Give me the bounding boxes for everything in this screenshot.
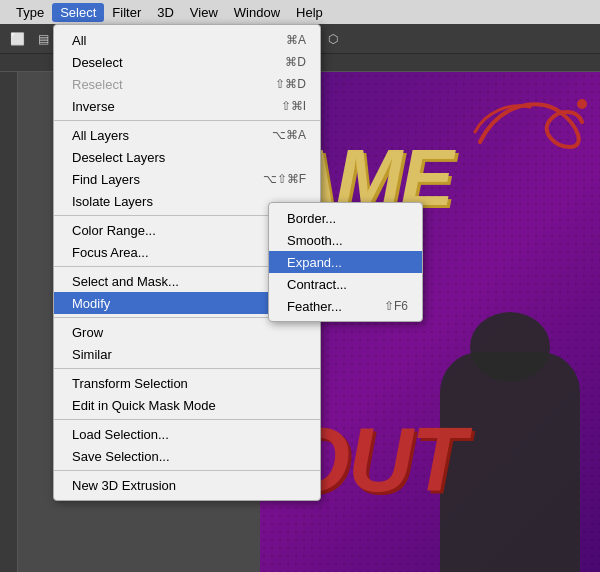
menu-item-inverse[interactable]: Inverse ⇧⌘I: [54, 95, 320, 117]
swirl-decoration: [470, 92, 590, 152]
menu-item-all-layers[interactable]: All Layers ⌥⌘A: [54, 124, 320, 146]
menu-item-new-3d-extrusion[interactable]: New 3D Extrusion: [54, 474, 320, 496]
submenu-item-smooth[interactable]: Smooth...: [269, 229, 422, 251]
menubar: Type Select Filter 3D View Window Help: [0, 0, 600, 24]
menu-item-grow[interactable]: Grow: [54, 321, 320, 343]
menubar-select[interactable]: Select: [52, 3, 104, 22]
toolbar-icon-row[interactable]: ▤: [32, 28, 54, 50]
menu-item-all[interactable]: All ⌘A: [54, 29, 320, 51]
toolbar-icon-rect[interactable]: ⬜: [6, 28, 28, 50]
menu-item-similar[interactable]: Similar: [54, 343, 320, 365]
menu-separator-7: [54, 470, 320, 471]
modify-submenu: Border... Smooth... Expand... Contract..…: [268, 202, 423, 322]
menubar-3d[interactable]: 3D: [149, 3, 182, 22]
menu-item-deselect-layers[interactable]: Deselect Layers: [54, 146, 320, 168]
submenu-item-border[interactable]: Border...: [269, 207, 422, 229]
ruler-vertical: [0, 72, 18, 572]
menubar-filter[interactable]: Filter: [104, 3, 149, 22]
menu-item-save-selection[interactable]: Save Selection...: [54, 445, 320, 467]
menu-item-reselect: Reselect ⇧⌘D: [54, 73, 320, 95]
submenu-item-contract[interactable]: Contract...: [269, 273, 422, 295]
menu-separator-6: [54, 419, 320, 420]
menu-separator-5: [54, 368, 320, 369]
submenu-item-expand[interactable]: Expand...: [269, 251, 422, 273]
menubar-help[interactable]: Help: [288, 3, 331, 22]
menubar-type[interactable]: Type: [8, 3, 52, 22]
menubar-view[interactable]: View: [182, 3, 226, 22]
svg-point-0: [577, 99, 587, 109]
menubar-window[interactable]: Window: [226, 3, 288, 22]
menu-item-load-selection[interactable]: Load Selection...: [54, 423, 320, 445]
submenu-item-feather[interactable]: Feather... ⇧F6: [269, 295, 422, 317]
menu-separator-1: [54, 120, 320, 121]
menu-item-find-layers[interactable]: Find Layers ⌥⇧⌘F: [54, 168, 320, 190]
menu-item-transform-selection[interactable]: Transform Selection: [54, 372, 320, 394]
toolbar-icon-3d-scale[interactable]: ⬡: [322, 28, 344, 50]
menu-item-quick-mask[interactable]: Edit in Quick Mask Mode: [54, 394, 320, 416]
menu-item-deselect[interactable]: Deselect ⌘D: [54, 51, 320, 73]
